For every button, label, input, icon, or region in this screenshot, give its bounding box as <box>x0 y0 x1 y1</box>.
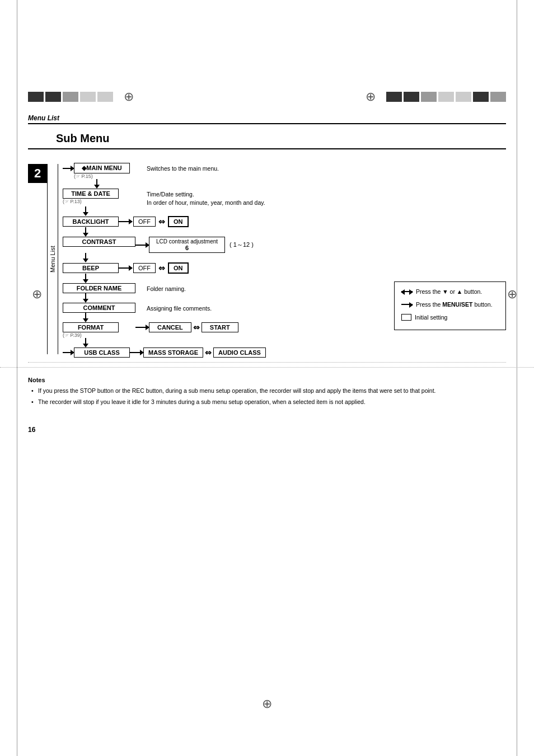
diagram-area: ◆MAIN MENU (☞ P.15) Switches to the main… <box>63 158 506 358</box>
page-heading: Sub Menu <box>28 130 506 149</box>
strip-block <box>421 92 437 102</box>
main-menu-box: ◆MAIN MENU <box>74 163 130 173</box>
time-date-row: TIME & DATE (☞ P.13) Time/Date setting. … <box>63 189 506 206</box>
strip-block <box>97 92 113 102</box>
crosshair-icon: ⊕ <box>366 90 376 104</box>
strip-right: ⊕ <box>366 90 506 104</box>
left-arrow-usb <box>63 352 74 353</box>
time-date-desc: Time/Date setting. In order of hour, min… <box>135 189 265 206</box>
cancel-label: CANCEL <box>157 324 183 331</box>
contrast-value-box: LCD contrast adjustment 6 <box>149 237 225 253</box>
arrow-right-contrast <box>135 245 149 246</box>
comment-desc-text: Assigning file comments. <box>147 305 212 312</box>
swap-icon-usb: ⇔ <box>205 348 212 357</box>
arrow-down-6 <box>63 293 109 303</box>
double-arrow-icon <box>401 291 413 292</box>
legend-rect-icon <box>401 314 411 321</box>
format-ref: (☞ P.39) <box>63 332 82 338</box>
strip-block <box>28 92 44 102</box>
notes-item-2: The recorder will stop if you leave it i… <box>34 398 506 407</box>
main-menu-desc-text: Switches to the main menu. <box>147 165 219 172</box>
beep-label: BEEP <box>82 265 99 271</box>
single-arrow-icon <box>401 304 413 305</box>
legend-arrow-lr-label: Press the ▼ or ▲ button. <box>416 287 482 297</box>
legend-arrow-r-label: Press the MENU/SET button. <box>416 299 493 310</box>
usb-class-label: USB CLASS <box>84 349 120 356</box>
beep-off: OFF <box>138 265 151 271</box>
section-number-badge: 2 <box>28 164 47 183</box>
start-box: START <box>202 322 238 332</box>
comment-desc: Assigning file comments. <box>135 303 212 313</box>
notes-separator <box>28 362 506 363</box>
menu-list-label: Menu List <box>0 110 534 122</box>
strip-block <box>438 92 454 102</box>
page-number-text: 16 <box>28 426 35 434</box>
contrast-desc: LCD contrast adjustment <box>156 238 218 245</box>
mass-storage-box: MASS STORAGE <box>143 348 203 358</box>
beep-on-box: ON <box>168 262 189 274</box>
arrow-right-usb <box>130 352 143 353</box>
cancel-box: CANCEL <box>149 322 191 332</box>
swap-icon-format: ⇔ <box>193 323 200 332</box>
strip-block <box>80 92 96 102</box>
page-subtitle-text: Sub Menu <box>56 132 110 144</box>
main-menu-row: ◆MAIN MENU (☞ P.15) Switches to the main… <box>63 163 506 179</box>
notes-section: Notes If you press the STOP button or th… <box>0 367 534 407</box>
main-menu-label: ◆MAIN MENU <box>82 165 122 171</box>
backlight-label: BACKLIGHT <box>73 218 109 225</box>
badge-number: 2 <box>34 166 41 181</box>
section-title: Menu List <box>28 114 59 122</box>
contrast-range: ( 1～12 ) <box>229 241 254 249</box>
strip-block <box>404 92 419 102</box>
comment-box: COMMENT <box>63 303 135 313</box>
strip-block <box>45 92 61 102</box>
usb-class-box: USB CLASS <box>74 348 130 358</box>
arrow-right-backlight <box>119 221 132 222</box>
folder-name-box: FOLDER NAME <box>63 283 135 293</box>
backlight-row: BACKLIGHT OFF ⇔ ON <box>63 216 506 227</box>
folder-name-desc: Folder naming. <box>135 283 186 293</box>
comment-label: COMMENT <box>83 304 115 311</box>
arrow-down-1 <box>74 179 120 189</box>
time-date-desc-line1: Time/Date setting. <box>147 190 265 199</box>
arrow-down-7 <box>63 313 109 322</box>
page-border-left <box>17 0 17 756</box>
content-area: 2 Menu List ◆MAIN MENU (☞ P.15) Switches <box>0 158 534 358</box>
usb-class-row: USB CLASS MASS STORAGE ⇔ AUDIO CLASS <box>63 348 506 358</box>
legend-menu-set-bold: MENU/SET <box>442 301 472 308</box>
beep-row: BEEP OFF ⇔ ON <box>63 262 506 274</box>
page-border-right <box>517 0 517 756</box>
time-date-box: TIME & DATE <box>63 189 119 199</box>
section-rule <box>28 123 506 124</box>
arrow-down-5 <box>63 274 109 283</box>
left-crosshair-icon: ⊕ <box>32 287 42 302</box>
time-date-desc-line2: In order of hour, minute, year, month an… <box>147 199 265 207</box>
beep-on: ON <box>174 265 183 271</box>
folder-name-desc-text: Folder naming. <box>147 285 186 292</box>
contrast-box: CONTRAST <box>63 237 135 247</box>
backlight-off: OFF <box>138 218 151 225</box>
format-label: FORMAT <box>78 324 104 331</box>
legend-rect-label: Initial setting <box>415 312 447 323</box>
bottom-crosshair-icon: ⊕ <box>262 697 272 711</box>
notes-item-1: If you press the STOP button or the REC … <box>34 387 506 396</box>
contrast-options: LCD contrast adjustment 6 ( 1～12 ) <box>135 237 254 253</box>
format-options: CANCEL ⇔ START <box>135 322 238 332</box>
audio-class-box: AUDIO CLASS <box>213 348 266 358</box>
strip-block <box>63 92 78 102</box>
contrast-label: CONTRAST <box>82 238 116 245</box>
backlight-on: ON <box>174 218 183 225</box>
main-menu-ref: (☞ P.15) <box>74 173 93 179</box>
strip-left: ⊕ <box>28 90 134 104</box>
time-date-label: TIME & DATE <box>71 190 110 197</box>
contrast-row: CONTRAST LCD contrast adjustment 6 ( 1～1… <box>63 237 506 253</box>
notes-title: Notes <box>28 377 506 383</box>
time-date-ref: (☞ P.13) <box>63 199 82 204</box>
format-box: FORMAT <box>63 322 119 332</box>
legend-row-1: Press the ▼ or ▲ button. <box>401 287 499 297</box>
page-number: 16 <box>0 409 534 450</box>
swap-icon-backlight: ⇔ <box>158 217 165 226</box>
entry-arrow-line <box>63 168 74 169</box>
legend-box: Press the ▼ or ▲ button. Press the MENU/… <box>394 281 506 330</box>
arrow-down-4 <box>63 253 109 262</box>
